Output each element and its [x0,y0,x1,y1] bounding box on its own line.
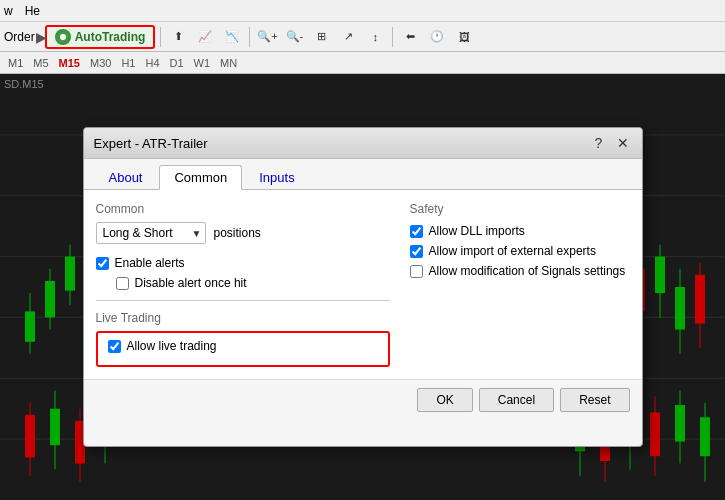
left-panel: Common Long & Short Long only Short only… [96,202,390,367]
allow-live-trading-checkbox[interactable] [108,340,121,353]
allow-dll-row: Allow DLL imports [410,224,630,238]
cancel-button[interactable]: Cancel [479,388,554,412]
allow-signals-checkbox[interactable] [410,265,423,278]
tf-m1[interactable]: M1 [4,57,27,69]
toolbar-separator-1 [160,27,161,47]
trading-platform: w He Order ▶ AutoTrading ⬆ 📈 📉 🔍+ 🔍- ⊞ ↗… [0,0,725,500]
autotrading-label: AutoTrading [75,30,146,44]
allow-live-trading-label: Allow live trading [127,339,217,353]
menu-item-help[interactable]: He [25,4,40,18]
toolbar-separator-2 [249,27,250,47]
live-trading-section-label: Live Trading [96,311,390,325]
safety-section-label: Safety [410,202,630,216]
dialog-controls: ? ✕ [590,134,632,152]
allow-dll-label: Allow DLL imports [429,224,525,238]
positions-dropdown[interactable]: Long & Short Long only Short only No pos… [96,222,206,244]
toolbar-btn-zoom-in[interactable]: 🔍+ [255,25,279,49]
toolbar-separator-3 [392,27,393,47]
toolbar-btn-7[interactable]: ⬅ [398,25,422,49]
autotrading-button[interactable]: AutoTrading [45,25,156,49]
ok-button[interactable]: OK [417,388,472,412]
toolbar-btn-grid[interactable]: ⊞ [309,25,333,49]
tf-mn[interactable]: MN [216,57,241,69]
dropdown-wrapper: Long & Short Long only Short only No pos… [96,222,206,244]
dialog-content: Common Long & Short Long only Short only… [84,190,642,379]
expert-dialog: Expert - ATR-Trailer ? ✕ About Common [83,127,643,447]
toolbar-btn-1[interactable]: ⬆ [166,25,190,49]
right-panel: Safety Allow DLL imports Allow import of… [410,202,630,367]
enable-alerts-checkbox[interactable] [96,257,109,270]
allow-live-trading-row: Allow live trading [108,339,378,353]
tf-m15[interactable]: M15 [55,57,84,69]
dialog-footer: OK Cancel Reset [84,379,642,420]
dropdown-row: Long & Short Long only Short only No pos… [96,222,390,244]
tab-inputs[interactable]: Inputs [244,165,309,189]
allow-dll-checkbox[interactable] [410,225,423,238]
menu-item-window[interactable]: w [4,4,13,18]
reset-button[interactable]: Reset [560,388,629,412]
allow-external-label: Allow import of external experts [429,244,596,258]
enable-alerts-row: Enable alerts [96,256,390,270]
chart-area: SD.M15 [0,74,725,500]
timeframe-bar: M1 M5 M15 M30 H1 H4 D1 W1 MN [0,52,725,74]
tf-d1[interactable]: D1 [166,57,188,69]
dialog-titlebar: Expert - ATR-Trailer ? ✕ [84,128,642,159]
toolbar-btn-image[interactable]: 🖼 [452,25,476,49]
disable-alert-checkbox[interactable] [116,277,129,290]
allow-signals-row: Allow modification of Signals settings [410,264,630,278]
dialog-help-button[interactable]: ? [590,134,608,152]
positions-label: positions [214,226,261,240]
toolbar: Order ▶ AutoTrading ⬆ 📈 📉 🔍+ 🔍- ⊞ ↗ ↕ ⬅ … [0,22,725,52]
autotrading-icon [55,29,71,45]
toolbar-btn-2[interactable]: 📈 [193,25,217,49]
tf-w1[interactable]: W1 [190,57,215,69]
tf-m5[interactable]: M5 [29,57,52,69]
toolbar-btn-clock[interactable]: 🕐 [425,25,449,49]
disable-alert-row: Disable alert once hit [96,276,390,290]
tf-h1[interactable]: H1 [117,57,139,69]
menu-bar: w He [0,0,725,22]
tf-m30[interactable]: M30 [86,57,115,69]
allow-external-row: Allow import of external experts [410,244,630,258]
tab-common[interactable]: Common [159,165,242,190]
allow-signals-label: Allow modification of Signals settings [429,264,626,278]
common-section-label: Common [96,202,390,216]
order-label: Order [4,30,35,44]
allow-external-checkbox[interactable] [410,245,423,258]
dialog-tabs: About Common Inputs [84,159,642,190]
dialog-overlay: Expert - ATR-Trailer ? ✕ About Common [0,74,725,500]
live-trading-section: Allow live trading [96,331,390,367]
toolbar-btn-5[interactable]: ↗ [336,25,360,49]
section-separator [96,300,390,301]
enable-alerts-label: Enable alerts [115,256,185,270]
tf-h4[interactable]: H4 [141,57,163,69]
disable-alert-label: Disable alert once hit [135,276,247,290]
toolbar-btn-3[interactable]: 📉 [220,25,244,49]
dialog-title: Expert - ATR-Trailer [94,136,208,151]
toolbar-btn-zoom-out[interactable]: 🔍- [282,25,306,49]
dialog-close-button[interactable]: ✕ [614,134,632,152]
toolbar-btn-6[interactable]: ↕ [363,25,387,49]
tab-about[interactable]: About [94,165,158,189]
